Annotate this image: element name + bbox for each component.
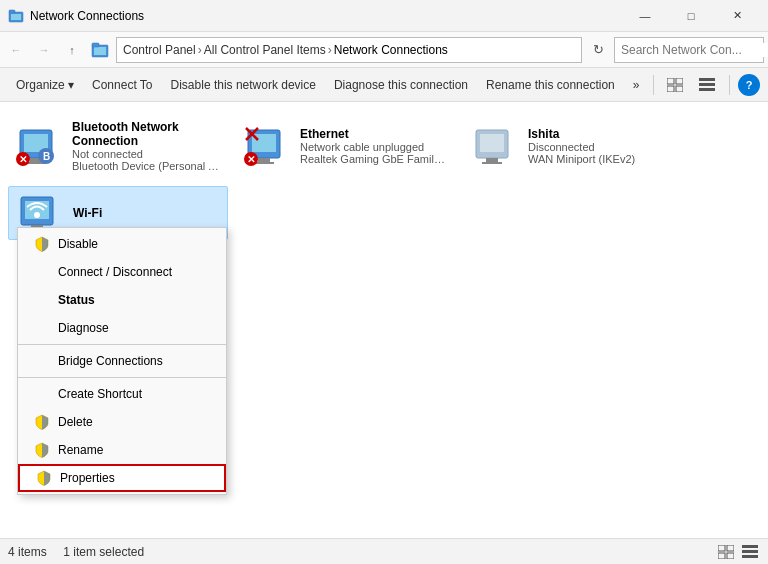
- ethernet-item-name: Ethernet: [300, 127, 448, 141]
- bluetooth-item-name: Bluetooth Network Connection: [72, 120, 220, 148]
- diagnose-button[interactable]: Diagnose this connection: [326, 72, 476, 98]
- location-icon: [90, 40, 110, 60]
- ctx-bridge-label: Bridge Connections: [58, 354, 163, 368]
- ctx-disable-label: Disable: [58, 237, 98, 251]
- network-item-bluetooth[interactable]: B ✕ Bluetooth Network Connection Not con…: [8, 114, 228, 178]
- svg-rect-27: [486, 158, 498, 162]
- status-view-large-icons[interactable]: [716, 542, 736, 562]
- bluetooth-item-device: Bluetooth Device (Personal Area ...: [72, 160, 220, 172]
- svg-point-33: [34, 212, 40, 218]
- ctx-connect[interactable]: Connect / Disconnect: [18, 258, 226, 286]
- ctx-properties-label: Properties: [60, 471, 115, 485]
- maximize-button[interactable]: □: [668, 0, 714, 32]
- status-view-list[interactable]: [740, 542, 760, 562]
- ctx-rename[interactable]: Rename: [18, 436, 226, 464]
- ctx-separator-2: [18, 377, 226, 378]
- svg-rect-39: [742, 550, 758, 553]
- ishita-item-device: WAN Miniport (IKEv2): [528, 153, 676, 165]
- disable-device-button[interactable]: Disable this network device: [163, 72, 324, 98]
- ctx-status[interactable]: Status: [18, 286, 226, 314]
- change-view-button[interactable]: [661, 72, 689, 98]
- network-item-ethernet[interactable]: ✕ Ethernet Network cable unplugged Realt…: [236, 114, 456, 178]
- context-menu: Disable Connect / Disconnect Status Diag…: [17, 227, 227, 495]
- help-button[interactable]: ?: [738, 74, 760, 96]
- ishita-item-status: Disconnected: [528, 141, 676, 153]
- back-button[interactable]: ←: [4, 38, 28, 62]
- connect-to-button[interactable]: Connect To: [84, 72, 161, 98]
- svg-rect-10: [699, 78, 715, 81]
- organize-button[interactable]: Organize ▾: [8, 72, 82, 98]
- svg-rect-7: [676, 78, 683, 84]
- ethernet-item-status: Network cable unplugged: [300, 141, 448, 153]
- ctx-delete[interactable]: Delete: [18, 408, 226, 436]
- status-item-count: 4 items 1 item selected: [8, 545, 716, 559]
- search-box[interactable]: 🔍: [614, 37, 764, 63]
- error-badge-ethernet: ✕: [244, 152, 258, 166]
- main-content: B ✕ Bluetooth Network Connection Not con…: [0, 102, 768, 538]
- svg-rect-9: [676, 86, 683, 92]
- ctx-diagnose[interactable]: Diagnose: [18, 314, 226, 342]
- ctx-rename-label: Rename: [58, 443, 103, 457]
- toolbar-separator-2: [729, 75, 730, 95]
- ctx-create-shortcut[interactable]: Create Shortcut: [18, 380, 226, 408]
- toolbar-separator: [653, 75, 654, 95]
- svg-rect-28: [482, 162, 502, 164]
- path-part-2: All Control Panel Items: [204, 43, 326, 57]
- shield-properties-icon: [36, 470, 52, 486]
- search-input[interactable]: [621, 43, 768, 57]
- forward-button[interactable]: →: [32, 38, 56, 62]
- bluetooth-icon: B ✕: [16, 126, 64, 166]
- wan-icon: [472, 126, 520, 166]
- ctx-bridge-icon: [34, 353, 50, 369]
- ctx-properties[interactable]: Properties: [18, 464, 226, 492]
- ctx-bridge[interactable]: Bridge Connections: [18, 347, 226, 375]
- svg-rect-1: [11, 14, 21, 20]
- svg-rect-5: [92, 43, 99, 47]
- window-title: Network Connections: [30, 9, 622, 23]
- toolbar-right: ?: [661, 72, 760, 98]
- more-options-button[interactable]: »: [625, 72, 648, 98]
- bluetooth-item-status: Not connected: [72, 148, 220, 160]
- path-part-3: Network Connections: [334, 43, 448, 57]
- svg-rect-34: [718, 545, 725, 551]
- svg-rect-37: [727, 553, 734, 559]
- svg-rect-36: [718, 553, 725, 559]
- path-part-1: Control Panel: [123, 43, 196, 57]
- view-toggle-button[interactable]: [693, 72, 721, 98]
- ctx-diagnose-label: Diagnose: [58, 321, 109, 335]
- svg-rect-11: [699, 83, 715, 86]
- svg-rect-40: [742, 555, 758, 558]
- ctx-disable[interactable]: Disable: [18, 230, 226, 258]
- svg-rect-2: [9, 10, 15, 13]
- ctx-diagnose-icon: [34, 320, 50, 336]
- ethernet-icon: ✕: [244, 126, 292, 166]
- svg-rect-21: [258, 158, 270, 162]
- ctx-connect-label: Connect / Disconnect: [58, 265, 172, 279]
- shield-disable-icon: [34, 236, 50, 252]
- up-button[interactable]: ↑: [60, 38, 84, 62]
- ethernet-item-device: Realtek Gaming GbE Family Contr...: [300, 153, 448, 165]
- toolbar: Organize ▾ Connect To Disable this netwo…: [0, 68, 768, 102]
- rename-connection-button[interactable]: Rename this connection: [478, 72, 623, 98]
- status-bar: 4 items 1 item selected: [0, 538, 768, 564]
- title-bar: Network Connections — □ ✕: [0, 0, 768, 32]
- svg-rect-35: [727, 545, 734, 551]
- app-icon: [8, 8, 24, 24]
- address-path[interactable]: Control Panel › All Control Panel Items …: [116, 37, 582, 63]
- ctx-shortcut-icon: [34, 386, 50, 402]
- svg-rect-8: [667, 86, 674, 92]
- minimize-button[interactable]: —: [622, 0, 668, 32]
- refresh-button[interactable]: ↻: [586, 38, 610, 62]
- address-bar: ← → ↑ Control Panel › All Control Panel …: [0, 32, 768, 68]
- ctx-delete-label: Delete: [58, 415, 93, 429]
- ctx-status-label: Status: [58, 293, 95, 307]
- ctx-connect-icon: [34, 264, 50, 280]
- svg-text:B: B: [43, 151, 50, 162]
- status-view-controls: [716, 542, 760, 562]
- close-button[interactable]: ✕: [714, 0, 760, 32]
- shield-rename-icon: [34, 442, 50, 458]
- svg-rect-12: [699, 88, 715, 91]
- window-controls: — □ ✕: [622, 0, 760, 32]
- network-item-ishita[interactable]: Ishita Disconnected WAN Miniport (IKEv2): [464, 114, 684, 178]
- svg-rect-38: [742, 545, 758, 548]
